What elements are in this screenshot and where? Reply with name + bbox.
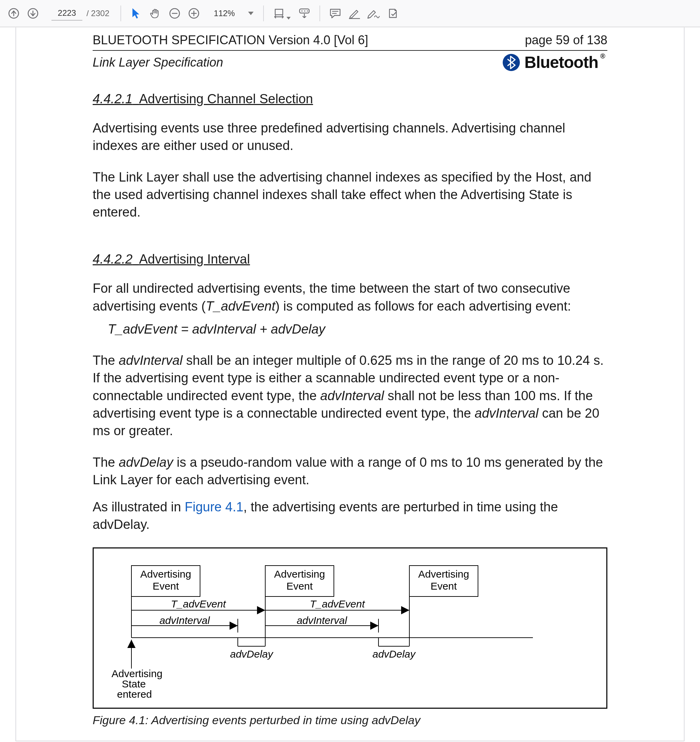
pdf-page: BLUETOOTH SPECIFICATION Version 4.0 [Vol… [15, 28, 685, 741]
fig-label-advinterval: advInterval [297, 615, 348, 626]
toolbar-separator [319, 6, 320, 21]
fig-box-label: Event [153, 580, 179, 592]
fig-label-state: entered [117, 689, 152, 699]
comment-button[interactable] [328, 6, 343, 21]
scroll-mode-button[interactable] [297, 6, 312, 21]
doc-page-number: page 59 of 138 [525, 33, 607, 47]
fig-box-label: Advertising [418, 568, 469, 580]
zoom-out-button[interactable] [167, 6, 182, 21]
zoom-level-field[interactable] [206, 6, 243, 21]
pdf-viewer-toolbar: / 2302 [0, 0, 700, 28]
figure-svg: Advertising Event Advertising Event Adve… [104, 559, 598, 699]
zoom-in-button[interactable] [186, 6, 201, 21]
doc-title: BLUETOOTH SPECIFICATION Version 4.0 [Vol… [93, 33, 368, 47]
paragraph: As illustrated in Figure 4.1, the advert… [93, 498, 607, 534]
figure-link[interactable]: Figure 4.1 [185, 500, 243, 514]
header-rule [93, 50, 607, 51]
fig-box-label: Event [431, 580, 457, 592]
fig-box-label: Event [287, 580, 313, 592]
stamp-button[interactable] [385, 6, 400, 21]
page-up-button[interactable] [6, 6, 21, 21]
fig-box-label: Advertising [274, 568, 325, 580]
sign-button[interactable] [366, 6, 381, 21]
arrow-up-circle-icon [8, 7, 19, 19]
doc-section-name: Link Layer Specification [93, 55, 223, 70]
section-heading-4-4-2-1: 4.4.2.1 Advertising Channel Selection [93, 92, 607, 106]
registered-mark: ® [600, 52, 605, 60]
section-heading-4-4-2-2: 4.4.2.2 Advertising Interval [93, 252, 607, 266]
formula: T_advEvent = advInterval + advDelay [108, 322, 607, 337]
page-down-button[interactable] [25, 6, 41, 21]
bluetooth-wordmark: Bluetooth [524, 53, 598, 72]
figure-caption: Figure 4.1: Advertising events perturbed… [93, 714, 607, 727]
hand-icon [150, 7, 161, 19]
fig-label-state: State [122, 678, 146, 689]
scroll-mode-icon [297, 7, 311, 19]
zoom-dropdown-caret-icon[interactable] [248, 12, 254, 15]
bluetooth-logo: Bluetooth® [502, 53, 607, 72]
paragraph: The advInterval shall be an integer mult… [93, 352, 607, 440]
fig-label-advdelay: advDelay [230, 648, 274, 660]
arrow-down-circle-icon [27, 7, 39, 19]
fit-width-icon [273, 7, 285, 19]
bluetooth-icon [502, 53, 520, 71]
minus-circle-icon [169, 7, 181, 19]
paragraph: The advDelay is a pseudo-random value wi… [93, 454, 607, 489]
fig-box-label: Advertising [140, 568, 191, 580]
stamp-icon [387, 7, 399, 19]
chevron-down-icon [287, 17, 291, 19]
fig-label-t-advevent: T_advEvent [171, 598, 226, 610]
page-total-label: / 2302 [87, 9, 109, 18]
fig-label-t-advevent: T_advEvent [310, 598, 365, 610]
select-tool-button[interactable] [129, 6, 144, 21]
toolbar-separator [121, 6, 121, 21]
pen-icon [348, 7, 361, 19]
figure-4-1: Advertising Event Advertising Event Adve… [93, 548, 607, 709]
signature-icon [367, 7, 381, 19]
paragraph: Advertising events use three predefined … [93, 119, 607, 155]
plus-circle-icon [188, 7, 200, 19]
paragraph: The Link Layer shall use the advertising… [93, 168, 607, 221]
hand-tool-button[interactable] [148, 6, 163, 21]
comment-icon [329, 7, 341, 19]
fig-label-advdelay: advDelay [372, 648, 416, 660]
fig-label-advinterval: advInterval [160, 615, 210, 626]
paragraph: For all undirected advertising events, t… [93, 280, 607, 315]
page-number-input[interactable] [51, 6, 82, 21]
cursor-arrow-icon [131, 7, 141, 19]
highlight-button[interactable] [347, 6, 362, 21]
fit-width-button[interactable] [271, 6, 287, 21]
toolbar-separator [263, 6, 264, 21]
svg-rect-7 [275, 9, 283, 15]
fig-label-state: Advertising [112, 668, 162, 679]
